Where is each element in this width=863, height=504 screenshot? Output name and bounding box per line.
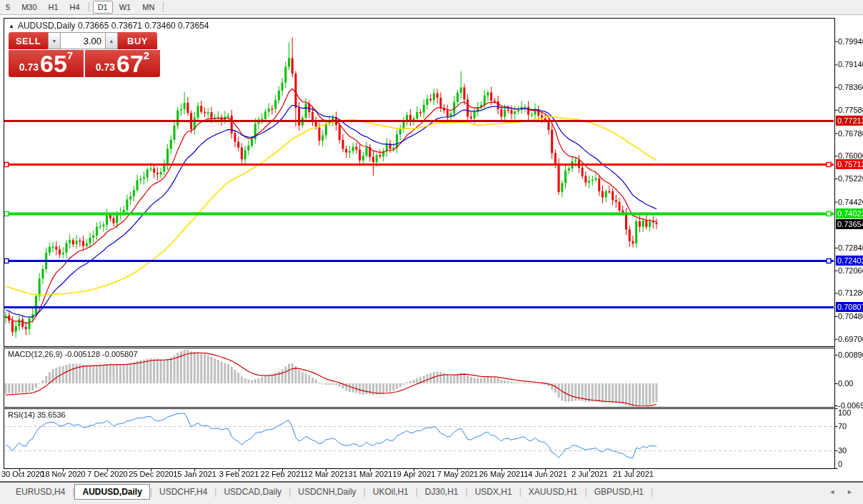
price-level-badge[interactable]: 0.75712 <box>836 159 863 169</box>
ohlc-quotes: 0.73665 0.73671 0.73460 0.73654 <box>78 21 209 31</box>
timeframe-button-h1[interactable]: H1 <box>44 1 64 14</box>
timeframe-button-w1[interactable]: W1 <box>114 1 136 14</box>
volume-decrease-button[interactable]: ▼ <box>48 32 61 49</box>
one-click-trade-panel: SELL ▼ ▲ BUY 0.73 65 7 0.73 67 2 <box>9 32 160 77</box>
collapse-triangle-icon[interactable]: ▲ <box>9 23 14 29</box>
buy-price-button[interactable]: 0.73 67 2 <box>85 50 160 77</box>
rsi-title: RSI(14) <box>8 410 35 419</box>
sell-price-small: 0.73 <box>19 60 39 75</box>
sell-button[interactable]: SELL <box>9 32 48 49</box>
chart-title: ▲AUDUSD,Daily 0.73665 0.73671 0.73460 0.… <box>9 21 209 31</box>
volume-input[interactable] <box>61 32 105 49</box>
tab-eurusd-h4[interactable]: EURUSD,H4 <box>9 485 72 499</box>
timeframe-button-m30[interactable]: M30 <box>16 1 41 14</box>
volume-increase-button[interactable]: ▲ <box>105 32 118 49</box>
sell-price-sup: 7 <box>67 50 73 61</box>
tab-usdx-h1[interactable]: USDX,H1 <box>468 485 519 499</box>
sell-price-button[interactable]: 0.73 65 7 <box>9 50 84 77</box>
macd-title: MACD(12,26,9) <box>8 350 62 358</box>
chart-tab-bar: EURUSD,H4|AUDUSD,Daily|USDCHF,H4|USDCAD,… <box>0 482 863 504</box>
tabs-scroll-left-icon[interactable]: ◄ <box>829 488 835 495</box>
tab-dj30-h1[interactable]: DJ30,H1 <box>418 485 466 499</box>
timeframe-button-mn[interactable]: MN <box>137 1 159 14</box>
price-level-badge[interactable]: 0.74022 <box>836 208 863 218</box>
chart-tabs: EURUSD,H4|AUDUSD,Daily|USDCHF,H4|USDCAD,… <box>0 483 653 501</box>
timeframe-button-5[interactable]: 5 <box>1 1 15 14</box>
toolbar-separator <box>89 2 89 12</box>
tab-usdcad-daily[interactable]: USDCAD,Daily <box>216 485 289 499</box>
macd-values: -0.005128 -0.005807 <box>64 350 137 358</box>
tab-gbpusd-h1[interactable]: GBPUSD,H1 <box>587 485 651 499</box>
timeframe-button-h4[interactable]: H4 <box>65 1 85 14</box>
timeframe-button-d1[interactable]: D1 <box>93 1 113 14</box>
buy-price-small: 0.73 <box>96 60 115 75</box>
tab-audusd-daily[interactable]: AUDUSD,Daily <box>74 484 149 500</box>
macd-label: MACD(12,26,9) -0.005128 -0.005807 <box>8 350 138 358</box>
current-price-badge: 0.73654 <box>836 219 863 229</box>
tab-usdchf-h4[interactable]: USDCHF,H4 <box>152 485 214 499</box>
tab-ukoil-h1[interactable]: UKOil,H1 <box>366 485 416 499</box>
price-level-badge[interactable]: 0.70807 <box>836 302 863 312</box>
buy-price-big: 67 <box>116 54 144 75</box>
symbol-label: AUDUSD,Daily <box>18 21 76 31</box>
tab-separator: | <box>651 487 653 497</box>
sell-price-big: 65 <box>40 54 67 75</box>
price-level-badge[interactable]: 0.72402 <box>836 256 863 266</box>
tab-xauusd-h1[interactable]: XAUUSD,H1 <box>522 485 585 499</box>
rsi-value: 35.6536 <box>37 410 66 419</box>
buy-price-sup: 2 <box>144 50 149 61</box>
buy-button[interactable]: BUY <box>118 32 157 49</box>
timeframe-toolbar: 5M30H1H4D1W1MN <box>0 0 863 15</box>
tab-usdcnh-daily[interactable]: USDCNH,Daily <box>291 485 363 499</box>
terminal-window: 5M30H1H4D1W1MN ▲AUDUSD,Daily 0.73665 0.7… <box>0 0 863 504</box>
toolbar-separator <box>163 2 164 12</box>
rsi-label: RSI(14) 35.6536 <box>8 410 66 419</box>
tabs-scroll-right-icon[interactable]: ► <box>847 488 853 495</box>
price-level-badge[interactable]: 0.77212 <box>836 116 863 126</box>
